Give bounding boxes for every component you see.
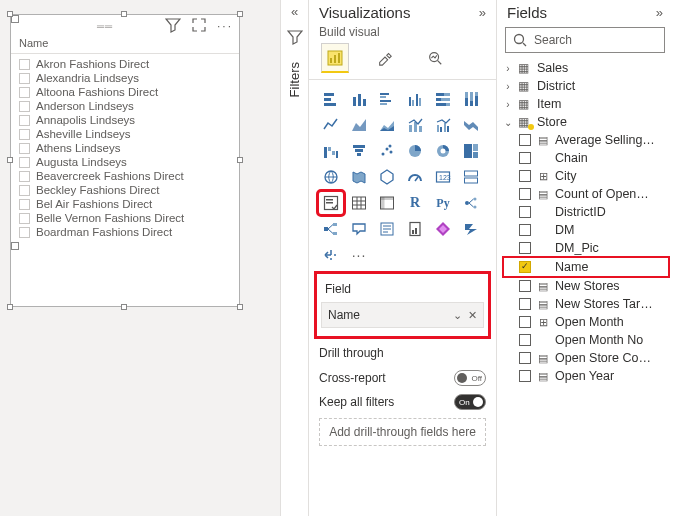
- more-visuals-icon[interactable]: ···: [347, 244, 371, 266]
- checkbox[interactable]: [19, 185, 30, 196]
- slicer-item[interactable]: Athens Lindseys: [15, 141, 235, 155]
- field-open-month-no[interactable]: Open Month No: [503, 331, 669, 349]
- checkbox[interactable]: [519, 224, 531, 236]
- qa-visual-icon[interactable]: [347, 218, 371, 240]
- field-districtid[interactable]: DistrictID: [503, 203, 669, 221]
- checkbox[interactable]: [519, 298, 531, 310]
- cross-report-toggle[interactable]: Off: [454, 370, 486, 386]
- field-open-store-co[interactable]: ▤Open Store Co…: [503, 349, 669, 367]
- map-icon[interactable]: [319, 166, 343, 188]
- gauge-icon[interactable]: [403, 166, 427, 188]
- table-sales[interactable]: ›▦Sales: [503, 59, 669, 77]
- slicer-item[interactable]: Akron Fashions Direct: [15, 57, 235, 71]
- checkbox[interactable]: [519, 316, 531, 328]
- slicer-visual[interactable]: ══ ··· Name Akron Fashions Direct Alexan…: [10, 14, 240, 307]
- slicer-item[interactable]: Boardman Fashions Direct: [15, 225, 235, 239]
- field-chain[interactable]: Chain: [503, 149, 669, 167]
- field-dm-pic[interactable]: DM_Pic: [503, 239, 669, 257]
- filters-pane-collapsed[interactable]: « Filters: [280, 0, 308, 516]
- table-store[interactable]: ⌄▦Store: [503, 113, 669, 131]
- pie-chart-icon[interactable]: [403, 140, 427, 162]
- checkbox[interactable]: [19, 129, 30, 140]
- slicer-item[interactable]: Bel Air Fashions Direct: [15, 197, 235, 211]
- collapse-fields-icon[interactable]: »: [656, 5, 663, 20]
- field-new-stores-tar[interactable]: ▤New Stores Tar…: [503, 295, 669, 313]
- checkbox[interactable]: [519, 134, 531, 146]
- fields-search-input[interactable]: Search: [505, 27, 665, 53]
- checkbox[interactable]: [19, 227, 30, 238]
- stacked-bar-100-icon[interactable]: [431, 88, 455, 110]
- tab-format-visual[interactable]: [371, 43, 399, 73]
- slicer-item[interactable]: Augusta Lindseys: [15, 155, 235, 169]
- checkbox[interactable]: [519, 170, 531, 182]
- table-icon[interactable]: [347, 192, 371, 214]
- matrix-icon[interactable]: [375, 192, 399, 214]
- area-chart-icon[interactable]: [347, 114, 371, 136]
- donut-chart-icon[interactable]: [431, 140, 455, 162]
- field-new-stores[interactable]: ▤New Stores: [503, 277, 669, 295]
- more-options-icon[interactable]: ···: [217, 19, 233, 33]
- field-open-year[interactable]: ▤Open Year: [503, 367, 669, 385]
- checkbox[interactable]: [19, 157, 30, 168]
- checkbox[interactable]: [19, 73, 30, 84]
- checkbox[interactable]: [19, 115, 30, 126]
- filled-map-icon[interactable]: [347, 166, 371, 188]
- r-visual-icon[interactable]: R: [403, 192, 427, 214]
- drill-through-dropzone[interactable]: Add drill-through fields here: [319, 418, 486, 446]
- field-open-month[interactable]: ⊞Open Month: [503, 313, 669, 331]
- checkbox[interactable]: [519, 152, 531, 164]
- stacked-column-100-icon[interactable]: [459, 88, 483, 110]
- multi-row-card-icon[interactable]: [459, 166, 483, 188]
- power-automate-icon[interactable]: [459, 218, 483, 240]
- line-stacked-column-icon[interactable]: [403, 114, 427, 136]
- chevron-down-icon[interactable]: ⌄: [453, 309, 462, 322]
- checkbox[interactable]: [19, 59, 30, 70]
- slicer-item[interactable]: Alexandria Lindseys: [15, 71, 235, 85]
- paginated-report-icon[interactable]: [403, 218, 427, 240]
- chevron-right-icon[interactable]: ›: [503, 81, 513, 92]
- checkbox[interactable]: [519, 370, 531, 382]
- checkbox[interactable]: [19, 143, 30, 154]
- clustered-column-icon[interactable]: [403, 88, 427, 110]
- chevron-down-icon[interactable]: ⌄: [503, 117, 513, 128]
- power-apps-icon[interactable]: [431, 218, 455, 240]
- field-dm[interactable]: DM: [503, 221, 669, 239]
- checkbox[interactable]: [519, 206, 531, 218]
- slicer-item[interactable]: Anderson Lindseys: [15, 99, 235, 113]
- get-more-visuals-icon[interactable]: [319, 244, 343, 266]
- checkbox[interactable]: [519, 242, 531, 254]
- stacked-area-icon[interactable]: [375, 114, 399, 136]
- checkbox[interactable]: [19, 171, 30, 182]
- slicer-icon[interactable]: [319, 192, 343, 214]
- checkbox[interactable]: [19, 87, 30, 98]
- field-well[interactable]: Name ⌄ ✕: [321, 302, 484, 328]
- slicer-item[interactable]: Asheville Lindseys: [15, 127, 235, 141]
- tab-build-visual[interactable]: [321, 43, 349, 73]
- field-city[interactable]: ⊞City: [503, 167, 669, 185]
- decomposition-tree-icon[interactable]: [319, 218, 343, 240]
- line-clustered-column-icon[interactable]: [431, 114, 455, 136]
- chevron-right-icon[interactable]: ›: [503, 99, 513, 110]
- stacked-bar-icon[interactable]: [319, 88, 343, 110]
- card-icon[interactable]: 123: [431, 166, 455, 188]
- table-item[interactable]: ›▦Item: [503, 95, 669, 113]
- table-district[interactable]: ›▦District: [503, 77, 669, 95]
- stacked-column-icon[interactable]: [347, 88, 371, 110]
- treemap-icon[interactable]: [459, 140, 483, 162]
- line-chart-icon[interactable]: [319, 114, 343, 136]
- drag-grip-icon[interactable]: ══: [97, 21, 113, 32]
- clustered-bar-icon[interactable]: [375, 88, 399, 110]
- waterfall-icon[interactable]: [319, 140, 343, 162]
- slicer-item[interactable]: Annapolis Lindseys: [15, 113, 235, 127]
- checkbox[interactable]: [519, 280, 531, 292]
- field-count-open[interactable]: ▤Count of Open…: [503, 185, 669, 203]
- checkbox[interactable]: [519, 188, 531, 200]
- tab-analytics[interactable]: [421, 43, 449, 73]
- keep-filters-toggle[interactable]: On: [454, 394, 486, 410]
- checkbox[interactable]: [19, 101, 30, 112]
- expand-filters-icon[interactable]: «: [291, 4, 298, 19]
- scatter-icon[interactable]: [375, 140, 399, 162]
- slicer-item-list[interactable]: Akron Fashions Direct Alexandria Lindsey…: [11, 54, 239, 242]
- checkbox[interactable]: [19, 199, 30, 210]
- key-influencers-icon[interactable]: [459, 192, 483, 214]
